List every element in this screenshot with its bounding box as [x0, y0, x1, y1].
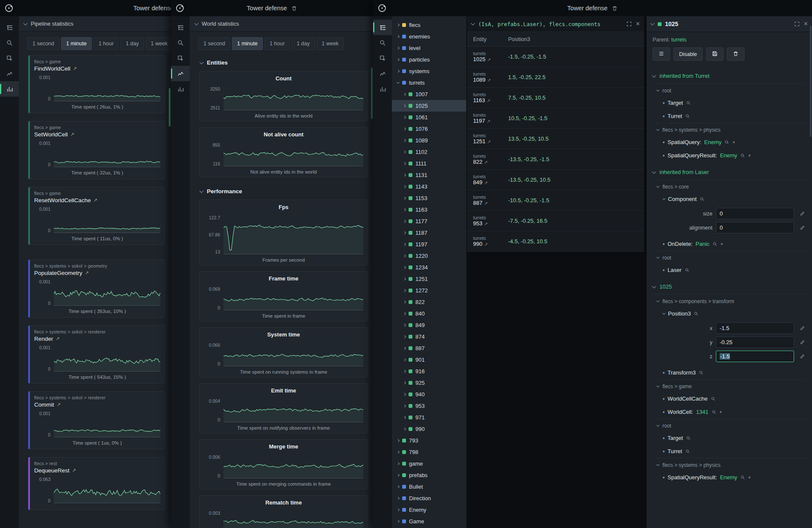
chevron-right-icon[interactable] [403, 162, 406, 165]
group-path-header[interactable]: flecs > systems > physics [653, 458, 807, 471]
tree-item-916[interactable]: 916 [392, 366, 466, 377]
tree-item-1234[interactable]: 1234 [392, 262, 466, 273]
tab-1-week[interactable]: 1 week [317, 37, 344, 50]
chevron-right-icon[interactable] [403, 404, 406, 407]
search-icon[interactable] [171, 35, 190, 50]
chevron-right-icon[interactable] [397, 451, 400, 454]
system-name-link[interactable]: SetWorldCell↗ [34, 131, 160, 138]
component-row-ondelete[interactable]: OnDelete:Panic* [653, 237, 807, 251]
chevron-down-icon[interactable] [397, 80, 400, 83]
chevron-right-icon[interactable] [403, 277, 406, 280]
pipeline-scrollbar[interactable] [169, 16, 171, 528]
tree-item-prefabs[interactable]: prefabs [392, 469, 466, 481]
chevron-right-icon[interactable] [397, 520, 400, 523]
trash-icon[interactable] [291, 5, 297, 12]
scrollbar-thumb[interactable] [371, 68, 373, 119]
group-path-header[interactable]: flecs > components > transform [653, 295, 807, 307]
chevron-right-icon[interactable] [403, 358, 406, 361]
save-button[interactable] [706, 47, 724, 61]
search-icon[interactable] [685, 114, 690, 119]
group-path-header[interactable]: root [653, 419, 807, 431]
pick-icon[interactable] [171, 50, 190, 66]
tree-item-enemy[interactable]: Enemy [392, 504, 466, 516]
chevron-right-icon[interactable] [403, 197, 406, 200]
tab-1-hour[interactable]: 1 hour [265, 37, 290, 50]
chevron-right-icon[interactable] [403, 324, 406, 327]
chevron-right-icon[interactable] [397, 47, 400, 50]
chevron-right-icon[interactable] [403, 150, 406, 153]
entity-id-link[interactable]: 849↗ [473, 179, 508, 186]
disable-button[interactable]: Disable [674, 47, 703, 61]
tree-item-1163[interactable]: 1163 [392, 204, 466, 215]
inspector-scrollbar[interactable] [810, 16, 812, 528]
tree-icon[interactable] [0, 20, 19, 35]
component-row-laser[interactable]: Laser [653, 263, 807, 277]
tab-1-minute[interactable]: 1 minute [61, 37, 92, 50]
pick-icon[interactable] [0, 50, 19, 66]
tree-item-840[interactable]: 840 [392, 308, 466, 319]
search-icon[interactable] [724, 140, 730, 145]
chevron-right-icon[interactable] [403, 231, 406, 234]
component-row-turret[interactable]: Turret [653, 109, 807, 123]
tree-item-turrets[interactable]: turrets [392, 77, 466, 88]
entity-id-link[interactable]: 1163↗ [473, 97, 508, 103]
system-name-link[interactable]: DequeueRest↗ [34, 467, 160, 474]
chevron-right-icon[interactable] [403, 254, 406, 257]
chevron-right-icon[interactable] [403, 335, 406, 338]
search-icon[interactable] [700, 197, 705, 202]
stats-icon[interactable] [171, 81, 190, 97]
tab-1-second[interactable]: 1 second [27, 37, 59, 50]
expand-icon[interactable] [626, 21, 632, 27]
field-input-z[interactable]: -1.5 [716, 351, 794, 362]
chevron-right-icon[interactable] [397, 35, 400, 38]
tree-item-systems[interactable]: systems [392, 65, 466, 77]
entity-tree-button[interactable] [653, 47, 670, 61]
component-value-link[interactable]: Enemy [720, 474, 737, 481]
chevron-right-icon[interactable] [403, 93, 406, 96]
component-row-spatialqueryresult[interactable]: SpatialQueryResult:Enemy* [653, 149, 807, 162]
tab-1-hour[interactable]: 1 hour [94, 37, 119, 50]
search-icon[interactable] [686, 100, 691, 106]
chevron-right-icon[interactable] [403, 428, 406, 431]
parent-link[interactable]: turrets [671, 37, 686, 43]
search-icon[interactable] [685, 268, 690, 273]
query-result-row[interactable]: turrets1089↗1.5, -0.25, 22.5 [467, 67, 644, 88]
tree-item-1076[interactable]: 1076 [392, 123, 466, 135]
tree-item-1177[interactable]: 1177 [392, 215, 466, 227]
section-header-performance[interactable]: Performance [199, 183, 368, 200]
tree-item-901[interactable]: 901 [392, 354, 466, 366]
component-row-component[interactable]: Component [653, 192, 807, 206]
close-icon[interactable]: × [804, 21, 808, 27]
pick-icon[interactable] [373, 50, 392, 66]
chevron-right-icon[interactable] [403, 185, 406, 188]
entity-id-link[interactable]: 990↗ [473, 241, 508, 247]
search-icon[interactable] [373, 35, 392, 50]
tab-1-day[interactable]: 1 day [291, 37, 315, 50]
query-result-row[interactable]: turrets953↗-7.5, -0.25, 16.5 [467, 211, 644, 231]
search-icon[interactable] [740, 153, 745, 158]
tree-item-953[interactable]: 953 [392, 400, 466, 412]
tree-item-1272[interactable]: 1272 [392, 285, 466, 296]
component-row-worldcell[interactable]: WorldCell:1341* [653, 405, 807, 419]
query-result-row[interactable]: turrets1025↗-1.5, -0.25, -1.5 [467, 47, 644, 67]
component-row-target[interactable]: Target [653, 431, 807, 445]
search-icon[interactable] [686, 436, 691, 441]
search-icon[interactable] [685, 449, 690, 454]
search-icon[interactable] [712, 242, 718, 247]
chevron-right-icon[interactable] [403, 381, 406, 384]
chevron-right-icon[interactable] [403, 266, 406, 269]
chevron-right-icon[interactable] [397, 474, 400, 477]
entity-id-link[interactable]: 1197↗ [473, 118, 508, 124]
chart-icon[interactable] [0, 66, 19, 81]
tree-item-flecs[interactable]: flecs [392, 19, 466, 31]
stats-icon[interactable] [0, 81, 19, 97]
tree-item-1061[interactable]: 1061 [392, 112, 466, 123]
chevron-right-icon[interactable] [397, 508, 400, 511]
chevron-right-icon[interactable] [403, 289, 406, 292]
component-row-worldcellcache[interactable]: WorldCellCache [653, 392, 807, 405]
close-icon[interactable]: × [636, 21, 640, 27]
system-name-link[interactable]: PopulateGeometry↗ [34, 270, 160, 276]
system-name-link[interactable]: Render↗ [34, 336, 160, 342]
chevron-right-icon[interactable] [403, 347, 406, 350]
chevron-right-icon[interactable] [397, 58, 400, 61]
